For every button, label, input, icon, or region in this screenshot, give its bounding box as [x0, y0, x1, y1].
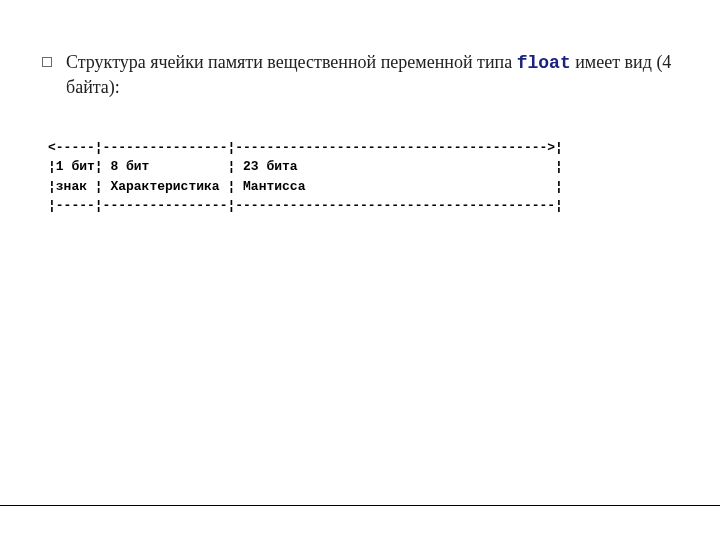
diagram-line-3: ¦знак ¦ Характеристика ¦ Мантисса ¦ — [48, 177, 688, 197]
diagram-line-1: <-----¦----------------¦----------------… — [48, 138, 688, 158]
bullet-text-before: Структура ячейки памяти вещественной пер… — [66, 52, 517, 72]
diagram-line-2: ¦1 бит¦ 8 бит ¦ 23 бита ¦ — [48, 157, 688, 177]
type-keyword: float — [517, 53, 571, 73]
footer-divider — [0, 505, 720, 506]
bullet-square-icon — [42, 57, 52, 67]
diagram-line-4: ¦-----¦----------------¦----------------… — [48, 196, 688, 216]
bullet-item: Структура ячейки памяти вещественной пер… — [32, 50, 688, 100]
bullet-text: Структура ячейки памяти вещественной пер… — [66, 50, 688, 100]
slide: Структура ячейки памяти вещественной пер… — [0, 0, 720, 540]
ascii-diagram: <-----¦----------------¦----------------… — [32, 138, 688, 216]
